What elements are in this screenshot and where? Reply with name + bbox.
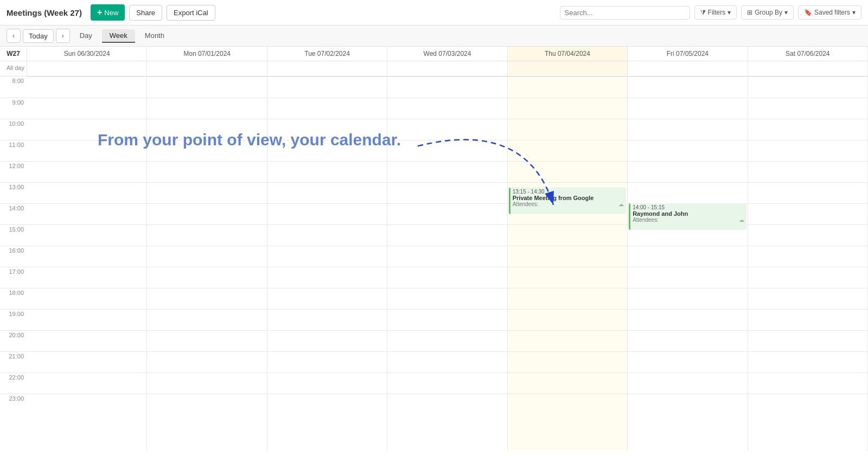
hour-line bbox=[628, 119, 747, 140]
group-by-chevron: ▾ bbox=[784, 9, 788, 16]
allday-tue[interactable] bbox=[267, 61, 387, 76]
hour-line bbox=[147, 76, 266, 98]
cal-body: 8:009:0010:0011:0012:0013:0014:0015:0016… bbox=[0, 76, 868, 451]
hour-line bbox=[27, 246, 146, 267]
hour-line bbox=[748, 224, 867, 246]
col-mon: Mon 07/01/2024 bbox=[147, 47, 267, 61]
search-box[interactable] bbox=[560, 6, 690, 20]
hour-line bbox=[628, 161, 747, 182]
hour-line bbox=[147, 140, 266, 161]
hour-line bbox=[387, 372, 507, 394]
prev-icon: ‹ bbox=[12, 32, 15, 40]
hour-line bbox=[748, 119, 867, 140]
hour-line bbox=[267, 288, 387, 309]
hour-line bbox=[147, 119, 266, 140]
hour-line bbox=[27, 182, 146, 203]
time-slot: 17:00 bbox=[0, 267, 27, 288]
col-mon-label: Mon 07/01/2024 bbox=[183, 50, 231, 57]
hour-line bbox=[387, 161, 507, 182]
hour-line bbox=[147, 203, 266, 224]
hour-line bbox=[628, 288, 747, 309]
hour-line bbox=[628, 372, 747, 394]
hour-line bbox=[387, 309, 507, 330]
time-slot: 21:00 bbox=[0, 351, 27, 372]
calendar-container: W27 Sun 06/30/2024 Mon 07/01/2024 Tue 07… bbox=[0, 47, 868, 451]
search-input[interactable] bbox=[565, 9, 685, 17]
day-col-wed[interactable] bbox=[387, 76, 507, 451]
hour-line bbox=[748, 98, 867, 119]
hour-line bbox=[508, 161, 627, 182]
saved-filters-button[interactable]: 🔖 Saved filters ▾ bbox=[798, 5, 861, 20]
day-col-fri[interactable]: 14:00 - 15:15Raymond and John☁Attendees: bbox=[628, 76, 748, 451]
hour-line bbox=[748, 76, 867, 98]
col-tue-label: Tue 07/02/2024 bbox=[304, 50, 350, 57]
group-by-label: Group By bbox=[755, 9, 782, 16]
tab-day[interactable]: Day bbox=[72, 29, 100, 43]
hour-line bbox=[267, 119, 387, 140]
hour-line bbox=[748, 246, 867, 267]
hour-line bbox=[628, 309, 747, 330]
time-slot: 11:00 bbox=[0, 140, 27, 161]
hour-line bbox=[508, 372, 627, 394]
allday-mon[interactable] bbox=[147, 61, 267, 76]
next-button[interactable]: › bbox=[56, 29, 70, 43]
hour-line bbox=[628, 267, 747, 288]
day-col-sun[interactable] bbox=[27, 76, 147, 451]
hour-line bbox=[27, 394, 146, 415]
hour-line bbox=[147, 351, 266, 372]
saved-filters-label: Saved filters bbox=[814, 9, 850, 16]
hour-line bbox=[508, 98, 627, 119]
hour-line bbox=[387, 224, 507, 246]
day-col-tue[interactable] bbox=[267, 76, 387, 451]
event-cloud-icon: ☁ bbox=[739, 217, 744, 223]
hour-line bbox=[147, 267, 266, 288]
tab-month[interactable]: Month bbox=[137, 29, 172, 43]
event-block[interactable]: 14:00 - 15:15Raymond and John☁Attendees: bbox=[629, 203, 746, 230]
group-icon: ⊞ bbox=[747, 9, 752, 16]
hour-line bbox=[267, 351, 387, 372]
new-button[interactable]: + New bbox=[91, 4, 125, 21]
today-button[interactable]: Today bbox=[23, 29, 54, 43]
new-button-label: New bbox=[104, 9, 118, 17]
allday-thu[interactable] bbox=[508, 61, 628, 76]
allday-sun[interactable] bbox=[27, 61, 147, 76]
event-time: 13:15 - 14:30 bbox=[513, 189, 624, 195]
allday-sat[interactable] bbox=[748, 61, 868, 76]
filters-button[interactable]: ⧩ Filters ▾ bbox=[694, 5, 737, 20]
time-slot: 20:00 bbox=[0, 330, 27, 351]
group-by-button[interactable]: ⊞ Group By ▾ bbox=[741, 5, 794, 20]
hour-line bbox=[267, 330, 387, 351]
hour-line bbox=[147, 330, 266, 351]
hour-line bbox=[628, 394, 747, 415]
event-title: Raymond and John bbox=[633, 210, 744, 217]
hour-line bbox=[508, 224, 627, 246]
time-slot: 13:00 bbox=[0, 182, 27, 203]
allday-label: All day bbox=[0, 61, 27, 76]
hour-line bbox=[508, 330, 627, 351]
allday-fri[interactable] bbox=[628, 61, 748, 76]
tab-week[interactable]: Week bbox=[102, 29, 135, 43]
time-slot: 22:00 bbox=[0, 372, 27, 394]
event-block[interactable]: 13:15 - 14:30Private Meeting from Google… bbox=[509, 188, 626, 214]
time-slot: 18:00 bbox=[0, 288, 27, 309]
hour-line bbox=[628, 351, 747, 372]
hour-line bbox=[748, 182, 867, 203]
hour-line bbox=[267, 182, 387, 203]
export-button[interactable]: Export iCal bbox=[167, 5, 215, 21]
day-col-mon[interactable] bbox=[147, 76, 267, 451]
hour-line bbox=[267, 224, 387, 246]
prev-button[interactable]: ‹ bbox=[7, 29, 21, 43]
col-sat-label: Sat 07/06/2024 bbox=[786, 50, 829, 57]
hour-line bbox=[628, 246, 747, 267]
allday-wed[interactable] bbox=[387, 61, 507, 76]
hour-line bbox=[508, 309, 627, 330]
event-title: Private Meeting from Google bbox=[513, 195, 624, 201]
hour-line bbox=[387, 267, 507, 288]
hour-line bbox=[147, 288, 266, 309]
day-col-thu[interactable]: 13:15 - 14:30Private Meeting from Google… bbox=[508, 76, 628, 451]
event-attendees: Attendees: bbox=[633, 217, 744, 223]
share-button[interactable]: Share bbox=[129, 5, 162, 21]
allday-row: All day bbox=[0, 61, 868, 76]
hour-line bbox=[748, 203, 867, 224]
day-col-sat[interactable] bbox=[748, 76, 868, 451]
